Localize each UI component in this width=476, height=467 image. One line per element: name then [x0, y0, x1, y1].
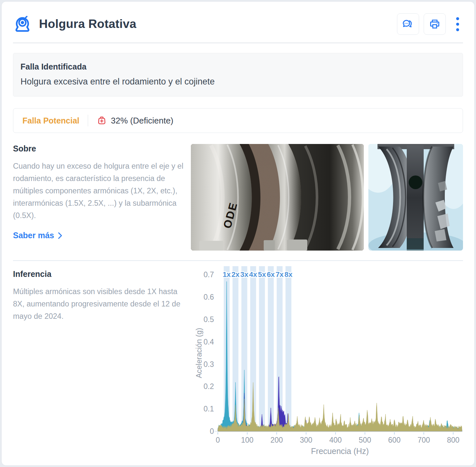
y-tick-label: 0.2 — [204, 382, 214, 391]
y-tick-label: 0 — [210, 427, 214, 435]
harmonic-label-2x: 2x — [231, 270, 240, 279]
header: Holgura Rotativa — [2, 2, 474, 35]
y-axis-label: Aceleración (g) — [195, 328, 203, 378]
section-divider — [13, 260, 463, 261]
bearing-photo-2 — [368, 144, 463, 251]
kebab-dot — [456, 17, 459, 20]
page-background: Holgura Rotativa — [0, 0, 476, 467]
fault-identified-box: Falla Identificada Holgura excesiva entr… — [13, 53, 463, 97]
x-tick-label: 600 — [388, 436, 401, 444]
inference-section: Inferencia Múltiples armónicas son visib… — [13, 266, 463, 464]
header-actions — [397, 13, 465, 35]
harmonic-label-6x: 6x — [267, 270, 275, 279]
about-body: Cuando hay un exceso de holgura entre el… — [13, 160, 189, 222]
x-tick-label: 800 — [447, 436, 459, 444]
about-heading: Sobre — [13, 144, 189, 153]
y-tick-label: 0.1 — [204, 405, 214, 413]
x-tick-label: 100 — [241, 436, 253, 444]
x-tick-label: 0 — [216, 436, 220, 444]
harmonic-label-5x: 5x — [258, 270, 266, 279]
bearing-photos: ODE — [191, 144, 463, 251]
bearing-icon — [13, 15, 32, 33]
harmonic-label-8x: 8x — [284, 270, 293, 279]
inference-text-column: Inferencia Múltiples armónicas son visib… — [13, 266, 189, 322]
fault-box-title: Falla Identificada — [20, 62, 456, 71]
y-tick-label: 0.5 — [204, 315, 214, 324]
chevron-right-icon — [58, 232, 62, 239]
print-button[interactable] — [424, 13, 446, 35]
x-tick-label: 200 — [271, 436, 283, 444]
health-score: 32% (Deficiente) — [111, 116, 173, 126]
kebab-dot — [456, 23, 459, 26]
severity-badge: Falla Potencial — [22, 116, 79, 125]
status-bar: Falla Potencial 32% (Deficiente) — [13, 108, 463, 133]
about-text-column: Sobre Cuando hay un exceso de holgura en… — [13, 144, 189, 240]
learn-more-label: Saber más — [13, 231, 54, 240]
chat-icon — [402, 18, 414, 30]
harmonic-band-5x — [259, 266, 265, 431]
about-section: Sobre Cuando hay un exceso de holgura en… — [13, 144, 463, 251]
page-title: Holgura Rotativa — [39, 17, 136, 31]
harmonic-label-1x: 1x — [223, 270, 231, 279]
fault-box-description: Holgura excesiva entre el rodamiento y e… — [20, 77, 456, 87]
fault-detail-card: Holgura Rotativa — [1, 1, 475, 466]
harmonic-band-8x — [285, 266, 291, 431]
medical-bag-icon — [97, 115, 107, 126]
vertical-divider — [88, 115, 88, 126]
x-axis-label: Frecuencia (Hz) — [311, 447, 369, 456]
harmonic-band-6x — [268, 266, 274, 431]
y-tick-label: 0.6 — [204, 293, 214, 301]
spectrum-chart-container: 010020030040050060070080000.10.20.30.40.… — [195, 266, 463, 464]
x-tick-label: 300 — [300, 436, 312, 444]
harmonic-label-3x: 3x — [240, 270, 248, 279]
harmonic-label-4x: 4x — [249, 270, 257, 279]
y-tick-label: 0.7 — [204, 270, 214, 279]
y-tick-label: 0.4 — [204, 338, 214, 346]
header-divider — [13, 43, 463, 43]
x-tick-label: 400 — [329, 436, 342, 444]
harmonic-label-7x: 7x — [276, 270, 284, 279]
inference-body: Múltiples armónicas son visibles desde 1… — [13, 285, 189, 322]
kebab-dot — [456, 28, 459, 31]
y-tick-label: 0.3 — [204, 360, 214, 369]
x-tick-label: 500 — [359, 436, 371, 444]
bearing-photo-1: ODE — [191, 144, 364, 251]
learn-more-link[interactable]: Saber más — [13, 231, 62, 240]
printer-icon — [429, 18, 441, 30]
more-options-button[interactable] — [450, 13, 465, 35]
frequency-spectrum-chart: 010020030040050060070080000.10.20.30.40.… — [195, 266, 463, 463]
x-tick-label: 700 — [417, 436, 430, 444]
inference-heading: Inferencia — [13, 269, 189, 279]
chat-button[interactable] — [397, 13, 419, 35]
